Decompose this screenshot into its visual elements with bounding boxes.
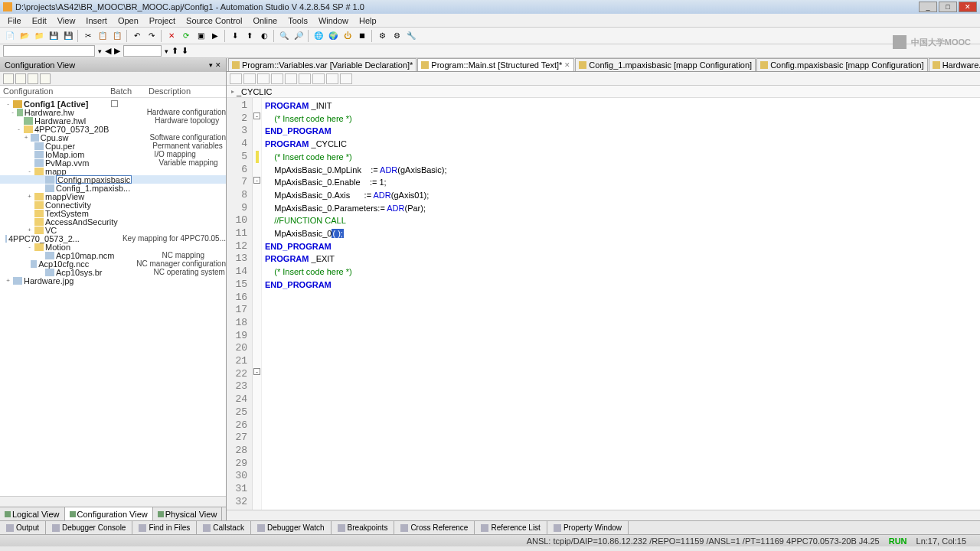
stop-icon[interactable]: ⏹	[355, 29, 369, 43]
tab-configuration-view[interactable]: Configuration View	[65, 507, 153, 520]
menu-window[interactable]: Window	[314, 15, 353, 26]
sidebar-close-icon[interactable]: ▾ ✕	[209, 61, 221, 69]
tree-row[interactable]: Connectivity	[0, 201, 226, 209]
fold-marker[interactable]: -	[253, 368, 260, 375]
tree-row[interactable]: Cpu.perPermanent variables	[0, 142, 226, 150]
bottom-tab[interactable]: Debugger Watch	[251, 521, 332, 534]
et-5[interactable]	[285, 73, 297, 84]
combo2[interactable]	[123, 45, 162, 57]
bottom-tab[interactable]: Output	[0, 521, 46, 534]
tree-row[interactable]: AccessAndSecurity	[0, 217, 226, 226]
tree-row[interactable]: Config_1.mpaxisb...	[0, 184, 226, 192]
fold-marker[interactable]: -	[253, 177, 260, 184]
tree-row[interactable]: +mappView	[0, 192, 226, 201]
et-8[interactable]	[326, 73, 338, 84]
tree-row[interactable]: Config.mpaxisbasic	[0, 175, 226, 184]
tree-row[interactable]: +Hardware.jpg	[0, 276, 226, 285]
save-icon[interactable]: 💾	[47, 29, 60, 43]
find-icon[interactable]: 🔎	[292, 29, 305, 43]
side-icon-3[interactable]	[28, 73, 38, 84]
et-7[interactable]	[312, 73, 325, 84]
search-icon[interactable]: 🔍	[277, 29, 291, 43]
redo-icon[interactable]: ↷	[145, 29, 158, 43]
tab-logical-view[interactable]: Logical View	[0, 507, 65, 520]
bottom-tab[interactable]: Debugger Console	[46, 521, 132, 534]
editor-tab[interactable]: Program::Main.st [Structured Text]*✕	[417, 58, 574, 71]
new-icon[interactable]: 📄	[3, 29, 17, 43]
editor-tab[interactable]: Hardware.hwl [System Designer]	[929, 58, 980, 71]
tree-row[interactable]: Acp10map.ncmNC mapping	[0, 251, 226, 259]
sidebar-hscroll[interactable]	[0, 496, 226, 507]
menu-help[interactable]: Help	[354, 15, 381, 26]
bottom-tab[interactable]: Breakpoints	[332, 521, 395, 534]
saveall-icon[interactable]: 💾	[61, 29, 75, 43]
et-2[interactable]	[243, 73, 256, 84]
globe-icon[interactable]: 🌐	[312, 29, 325, 43]
et-6[interactable]	[299, 73, 311, 84]
tree-row[interactable]: TextSystem	[0, 209, 226, 217]
tree-row[interactable]: Hardware.hwlHardware topology	[0, 116, 226, 125]
nav4-icon[interactable]: ⬇	[181, 46, 188, 56]
menu-view[interactable]: View	[53, 15, 80, 26]
menu-project[interactable]: Project	[145, 15, 180, 26]
paste-icon[interactable]: 📋	[110, 29, 124, 43]
open-icon[interactable]: 📂	[18, 29, 31, 43]
tree-row[interactable]: Acp10cfg.nccNC manager configuration	[0, 259, 226, 268]
tool2-icon[interactable]: ⬆	[243, 29, 256, 43]
wrench-icon[interactable]: 🔧	[404, 29, 418, 43]
et-3[interactable]	[257, 73, 270, 84]
tool3-icon[interactable]: ◐	[257, 29, 271, 43]
editor-breadcrumb[interactable]: ▸ _CYCLIC	[227, 86, 980, 98]
build-icon[interactable]: ▣	[194, 29, 207, 43]
fold-marker[interactable]: -	[253, 112, 260, 119]
minimize-button[interactable]: _	[919, 2, 937, 12]
bottom-tab[interactable]: Reference List	[475, 521, 547, 534]
menu-online[interactable]: Online	[248, 15, 282, 26]
tool-icon[interactable]: ⬇	[228, 29, 242, 43]
power-icon[interactable]: ⏻	[341, 29, 354, 43]
tree-row[interactable]: PvMap.vvmVariable mapping	[0, 158, 226, 167]
nav2-icon[interactable]: ▶	[114, 46, 120, 56]
tab-physical-view[interactable]: Physical View	[153, 507, 223, 520]
side-icon-4[interactable]	[40, 73, 51, 84]
menu-insert[interactable]: Insert	[81, 15, 112, 26]
combo1[interactable]	[3, 45, 95, 57]
menu-source-control[interactable]: Source Control	[181, 15, 247, 26]
tree-row[interactable]: -mapp	[0, 167, 226, 175]
tree-row[interactable]: -Hardware.hwHardware configuration	[0, 108, 226, 116]
bottom-tab[interactable]: Property Window	[547, 521, 629, 534]
editor-tab[interactable]: Program::Variables.var [Variable Declara…	[228, 58, 416, 71]
tree-row[interactable]: 4PPC70_0573_2...Key mapping for 4PPC70.0…	[0, 234, 226, 243]
gear-icon[interactable]: ⚙	[375, 29, 389, 43]
et-9[interactable]	[340, 73, 352, 84]
configuration-tree[interactable]: -Config1 [Active]-Hardware.hwHardware co…	[0, 98, 226, 496]
side-icon-1[interactable]	[3, 73, 14, 84]
cancel-icon[interactable]: ✕	[165, 29, 178, 43]
code-editor[interactable]: PROGRAM _INIT (* Insert code here *)END_…	[262, 98, 980, 510]
cut-icon[interactable]: ✂	[81, 29, 95, 43]
copy-icon[interactable]: 📋	[96, 29, 109, 43]
tree-row[interactable]: -Config1 [Active]	[0, 99, 226, 108]
transfer-icon[interactable]: ▶	[208, 29, 222, 43]
tree-row[interactable]: -Motion	[0, 243, 226, 251]
nav1-icon[interactable]: ◀	[105, 46, 111, 56]
editor-tab[interactable]: Config_1.mpaxisbasic [mapp Configuration…	[575, 58, 756, 71]
world-icon[interactable]: 🌍	[326, 29, 340, 43]
side-icon-2[interactable]	[15, 73, 26, 84]
close-button[interactable]: ✕	[959, 2, 977, 12]
bottom-tab[interactable]: Find in Files	[132, 521, 197, 534]
menu-file[interactable]: File	[3, 15, 26, 26]
editor-hscroll[interactable]	[227, 510, 980, 520]
undo-icon[interactable]: ↶	[130, 29, 144, 43]
tree-row[interactable]: +VC	[0, 226, 226, 234]
maximize-button[interactable]: □	[939, 2, 957, 12]
et-4[interactable]	[271, 73, 283, 84]
menu-open[interactable]: Open	[113, 15, 143, 26]
refresh-icon[interactable]: ⟳	[179, 29, 193, 43]
editor-tab[interactable]: Config.mpaxisbasic [mapp Configuration]	[756, 58, 928, 71]
et-1[interactable]	[230, 73, 242, 84]
tree-row[interactable]: Acp10sys.brNC operating system	[0, 268, 226, 276]
menu-tools[interactable]: Tools	[283, 15, 312, 26]
tree-row[interactable]: +Cpu.swSoftware configuration	[0, 133, 226, 142]
tree-row[interactable]: -4PPC70_0573_20B	[0, 125, 226, 133]
